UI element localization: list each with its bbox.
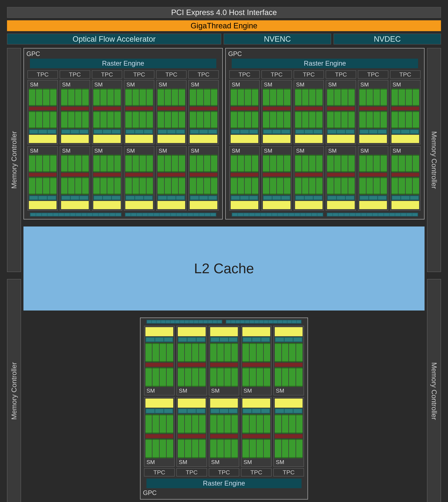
sm-label: SM — [327, 81, 355, 88]
sm-cores — [158, 89, 185, 143]
l2-cache: L2 Cache — [23, 227, 425, 310]
tpc-label: TPC — [60, 70, 90, 79]
sm-block: SM — [261, 146, 292, 211]
sm-label: SM — [295, 147, 323, 154]
sm-cores — [93, 89, 121, 143]
sm-label: SM — [327, 147, 355, 154]
sm-cores — [359, 155, 387, 209]
pci-express-bar: PCI Express 4.0 Host Interface — [7, 7, 441, 18]
sm-block: SM — [294, 80, 324, 145]
gpc-label: GPC — [143, 489, 305, 497]
sm-cores — [327, 89, 355, 143]
sm-label: SM — [275, 388, 303, 394]
sm-cores — [391, 155, 419, 209]
sm-block: SM — [60, 80, 90, 145]
sm-cores — [61, 89, 89, 143]
sm-cores — [327, 155, 355, 209]
sm-block: SM — [358, 80, 388, 145]
sm-label: SM — [61, 81, 89, 88]
memory-controller: Memory Controller — [7, 279, 21, 502]
optical-flow-accelerator: Optical Flow Accelerator — [7, 34, 221, 45]
sm-label: SM — [93, 147, 121, 154]
sm-label: SM — [210, 459, 238, 465]
sm-block: SM — [124, 80, 154, 145]
sm-label: SM — [190, 147, 217, 154]
sm-cores — [190, 155, 217, 209]
sm-label: SM — [359, 81, 387, 88]
gigathread-bar: GigaThread Engine — [7, 20, 441, 31]
sm-label: SM — [145, 388, 173, 394]
sm-label: SM — [93, 81, 121, 88]
sm-block: SM — [390, 80, 420, 145]
sm-grid: SMSMSMSMSMSMSMSMSMSMSMSM — [228, 80, 422, 211]
sm-cores — [275, 399, 303, 458]
sm-block: SM — [188, 80, 219, 145]
gpc-label: GPC — [26, 50, 220, 58]
sm-block: SM — [229, 80, 260, 145]
sm-label: SM — [158, 147, 185, 154]
sm-label: SM — [178, 388, 206, 394]
sm-cores — [295, 89, 323, 143]
nvdec-block: NVDEC — [334, 34, 441, 45]
sm-cores — [231, 89, 258, 143]
sm-label: SM — [190, 81, 217, 88]
memory-controllers-right: Memory Controller Memory Controller — [427, 48, 441, 502]
sm-cores — [178, 327, 206, 387]
gpu-block-diagram: PCI Express 4.0 Host Interface GigaThrea… — [0, 0, 448, 502]
sm-cores — [145, 399, 173, 458]
sm-block: SM — [156, 146, 187, 211]
memory-controllers-left: Memory Controller Memory Controller — [7, 48, 21, 502]
sm-cores — [275, 327, 303, 387]
sm-cores — [242, 327, 270, 387]
tpc-label-row: TPCTPCTPCTPCTPCTPC — [228, 70, 422, 79]
tpc-label: TPC — [358, 70, 388, 79]
sm-block: SM — [144, 326, 175, 395]
tpc-label: TPC — [176, 468, 207, 476]
sm-cores — [61, 155, 89, 209]
sm-grid: SMSMSMSMSMSMSMSMSMSMSMSM — [26, 80, 220, 211]
sm-label: SM — [263, 81, 290, 88]
raster-engine: Raster Engine — [146, 479, 302, 488]
sm-label: SM — [178, 459, 206, 465]
sm-block: SM — [229, 146, 260, 211]
gpc-row-top: GPCRaster EngineTPCTPCTPCTPCTPCTPCSMSMSM… — [23, 48, 425, 220]
sm-label: SM — [210, 388, 238, 394]
sm-label: SM — [145, 459, 173, 465]
sm-block: SM — [188, 146, 219, 211]
tpc-label: TPC — [188, 70, 219, 79]
sm-label: SM — [29, 147, 57, 154]
tpc-label: TPC — [28, 70, 58, 79]
gpc-row-bottom: SMSMSMSMSMSMSMSMSMSMTPCTPCTPCTPCTPCRaste… — [23, 318, 425, 500]
sm-label: SM — [158, 81, 185, 88]
main-area: Memory Controller Memory Controller GPCR… — [7, 48, 441, 502]
sm-label: SM — [391, 147, 419, 154]
tpc-label: TPC — [229, 70, 260, 79]
memory-controller: Memory Controller — [427, 48, 441, 272]
tpc-label: TPC — [294, 70, 324, 79]
sm-block: SM — [144, 397, 175, 467]
tpc-label: TPC — [390, 70, 420, 79]
sm-label: SM — [242, 459, 270, 465]
memory-controller: Memory Controller — [427, 279, 441, 502]
tpc-label: TPC — [273, 468, 304, 476]
sm-label: SM — [125, 81, 153, 88]
sm-cores — [178, 399, 206, 458]
sm-block: SM — [176, 397, 207, 467]
sm-grid: SMSMSMSMSMSMSMSMSMSM — [143, 326, 305, 467]
gpc-block: GPCRaster EngineTPCTPCTPCTPCTPCTPCSMSMSM… — [225, 48, 425, 220]
sm-block: SM — [294, 146, 324, 211]
sm-block: SM — [156, 80, 187, 145]
sm-label: SM — [391, 81, 419, 88]
sm-cores — [93, 155, 121, 209]
gpc-block: SMSMSMSMSMSMSMSMSMSMTPCTPCTPCTPCTPCRaste… — [140, 318, 308, 500]
sm-label: SM — [242, 388, 270, 394]
sm-block: SM — [261, 80, 292, 145]
sm-block: SM — [124, 146, 154, 211]
rop-row — [26, 211, 220, 216]
sm-cores — [231, 155, 258, 209]
tpc-label: TPC — [124, 70, 154, 79]
tpc-label: TPC — [92, 70, 122, 79]
sm-block: SM — [241, 326, 272, 395]
sm-block: SM — [241, 397, 272, 467]
accelerator-row: Optical Flow Accelerator NVENC NVDEC — [7, 34, 441, 45]
